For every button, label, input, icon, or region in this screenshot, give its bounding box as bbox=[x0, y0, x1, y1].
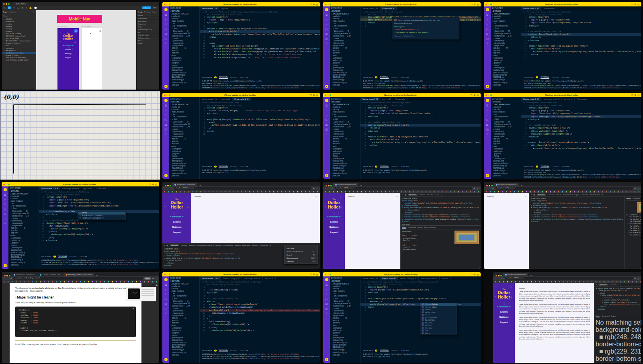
inspect-icon[interactable]: ⌖ bbox=[402, 194, 403, 196]
tab-performance-insights[interactable]: Performance insights bbox=[563, 194, 581, 196]
source-control-icon[interactable]: ⑂ bbox=[326, 23, 327, 26]
more-tabs-icon[interactable]: » bbox=[435, 194, 436, 196]
debug-icon[interactable]: ▷ bbox=[486, 119, 488, 121]
project-root[interactable]: ⌄ DOLLAR-HOLLER bbox=[330, 103, 360, 106]
account-icon[interactable]: ● bbox=[486, 174, 489, 177]
editor-tab[interactable]: Navbar.svelte 1, M ● bbox=[39, 186, 60, 190]
editor-tab[interactable]: Hamburger.svelte M bbox=[419, 276, 440, 280]
property-row[interactable]: FFFFFF 100% bbox=[137, 34, 159, 37]
editor-tab[interactable]: tailwind.config.cjs M bbox=[398, 276, 419, 280]
tab-jupyter[interactable]: JUPYTER bbox=[79, 256, 87, 258]
editor-tab[interactable]: app.css M bbox=[81, 186, 94, 190]
nav-item[interactable]: Logout bbox=[323, 231, 345, 233]
nav-item[interactable]: Logout bbox=[493, 321, 515, 323]
window-controls[interactable] bbox=[485, 4, 492, 5]
window-controls[interactable] bbox=[496, 275, 502, 276]
debug-icon[interactable]: ▷ bbox=[326, 28, 328, 31]
nav-item[interactable]: Invoices bbox=[162, 215, 191, 218]
extensions-icon[interactable]: ⊞ bbox=[4, 213, 6, 215]
phone-frame-white[interactable]: ≡ bbox=[82, 28, 102, 90]
shape-tool-icon[interactable]: ▭ bbox=[17, 6, 20, 9]
extensions-icons[interactable]: ⊕ ⋮ bbox=[313, 187, 318, 190]
editor-tab[interactable]: +layout.svelte M bbox=[380, 276, 398, 280]
editor-tab[interactable]: Navbar.svelte 1, M bbox=[360, 276, 380, 280]
breadcrumb[interactable]: src › lib › components › Navbar.svelte ›… bbox=[39, 190, 159, 193]
nav-item[interactable]: Clients bbox=[493, 311, 515, 313]
tab-layout[interactable]: Layout bbox=[418, 226, 423, 229]
property-row[interactable]: Auto layout bbox=[137, 20, 159, 22]
outline-section[interactable]: › OUTLINE bbox=[169, 280, 199, 282]
breadcrumb[interactable]: src › lib › components › Navbar.svelte ›… bbox=[360, 101, 481, 104]
editor-tab[interactable]: app.css M bbox=[219, 97, 232, 101]
settings-gear-icon[interactable]: ⚙ bbox=[437, 194, 439, 196]
project-badge-icon[interactable]: ⚡ bbox=[325, 8, 328, 11]
tab-computed[interactable]: Computed bbox=[633, 197, 640, 200]
tab-memory[interactable]: Memory bbox=[235, 244, 241, 246]
tab-assets[interactable]: Assets bbox=[10, 11, 16, 13]
outline-section[interactable]: › OUTLINE bbox=[491, 100, 521, 103]
tab-problems[interactable]: PROBLEMS bbox=[363, 76, 373, 78]
titlebar-buttons[interactable] bbox=[310, 94, 320, 96]
explorer-icon[interactable]: ⧉ bbox=[326, 283, 328, 286]
extensions-icons[interactable]: ⊕ ⋮ bbox=[634, 277, 640, 280]
dom-line[interactable]: </html> bbox=[402, 221, 479, 223]
tab-problems[interactable]: PROBLEMS bbox=[202, 350, 212, 352]
outline-section[interactable]: › OUTLINE bbox=[169, 10, 199, 12]
debug-icon[interactable]: ▷ bbox=[165, 28, 167, 31]
nav-item[interactable]: Clients bbox=[162, 221, 191, 223]
code-editor[interactable]: You, 6 seconds ago | 1 author (You)<scri… bbox=[521, 104, 641, 164]
project-root[interactable]: ⌄ DOLLAR-HOLLER bbox=[169, 282, 199, 285]
tab-output[interactable]: OUTPUT bbox=[70, 256, 77, 258]
more-tabs-icon[interactable]: » bbox=[617, 284, 618, 286]
breadcrumb[interactable]: src › lib › components › Navbar.svelte ›… bbox=[200, 280, 320, 283]
bookmark-icon[interactable]: ❝ bbox=[487, 133, 488, 136]
settings-gear-icon[interactable]: ⚙ bbox=[270, 244, 271, 246]
project-badge-icon[interactable]: ⚡ bbox=[164, 278, 168, 281]
terminal-output[interactable]: 4:53:27 PM [vite] hmr update /src/lib/co… bbox=[200, 80, 320, 89]
titlebar-buttons[interactable] bbox=[471, 3, 481, 6]
explorer-icon[interactable]: ⧉ bbox=[165, 283, 167, 286]
outline-section[interactable]: › OUTLINE bbox=[330, 100, 360, 103]
project-badge-icon[interactable]: ⚡ bbox=[325, 278, 328, 281]
more-icon[interactable]: ⋮ bbox=[620, 284, 622, 286]
file-item[interactable]: yarn.lock bbox=[169, 354, 199, 356]
more-icon[interactable]: ⋮ bbox=[440, 194, 442, 196]
tab-output[interactable]: OUTPUT bbox=[230, 76, 238, 78]
hamburger-icon[interactable]: ≡ bbox=[315, 194, 317, 198]
window-controls[interactable] bbox=[325, 94, 331, 96]
sidebar-ad-card[interactable]: ⋰⋰ bbox=[126, 287, 156, 301]
terminal-output[interactable]: 5:17:08 PM [vite] hmr update /src/lib/co… bbox=[521, 169, 641, 178]
outline-section[interactable]: › OUTLINE bbox=[330, 280, 360, 282]
outline-section[interactable]: › OUTLINE bbox=[8, 190, 39, 192]
project-root[interactable]: ⌄ DOLLAR-HOLLER bbox=[8, 192, 39, 195]
bookmarks-bar[interactable] bbox=[323, 190, 481, 193]
search-icon[interactable]: ⌕ bbox=[326, 288, 328, 291]
titlebar-buttons[interactable] bbox=[631, 3, 641, 6]
dom-tree[interactable]: <!DOCTYPE html><html lang="en"> <script … bbox=[401, 196, 481, 223]
tab-design[interactable]: Design bbox=[138, 11, 143, 13]
frame-label[interactable]: iPhone 11 Pro/X - 2 bbox=[57, 26, 69, 28]
tab-problems[interactable]: PROBLEMS bbox=[363, 166, 373, 168]
project-root[interactable]: ⌄ DOLLAR-HOLLER bbox=[330, 282, 360, 285]
frame-label[interactable]: iPhone 11 Pro/X - 1 bbox=[82, 26, 93, 28]
dom-tree[interactable]: <!DOCTYPE html><html lang="en"> <script … bbox=[529, 196, 625, 269]
outline-section[interactable]: › OUTLINE bbox=[169, 100, 199, 103]
bookmark-icon[interactable]: ❝ bbox=[487, 42, 488, 45]
source-control-icon[interactable]: ⑂ bbox=[165, 293, 166, 296]
tab-computed[interactable]: Computed bbox=[408, 226, 416, 229]
tab-sources[interactable]: Sources bbox=[555, 194, 561, 196]
tab-terminal[interactable]: TERMINAL bbox=[380, 165, 389, 168]
property-row[interactable]: Effects bbox=[137, 39, 159, 42]
tab-styles[interactable]: Styles bbox=[596, 315, 600, 317]
blame-section[interactable]: Working Tree bbox=[394, 25, 457, 28]
search-icon[interactable]: ⌕ bbox=[4, 198, 6, 201]
bookmarks-bar[interactable] bbox=[162, 190, 320, 193]
mobile-nav-banner[interactable]: Mobile Nav bbox=[57, 15, 102, 23]
editor-tab[interactable]: Hamburger.svelte M bbox=[60, 186, 81, 190]
editor-tab[interactable]: Hamburger.svelte M bbox=[541, 97, 562, 101]
outline-section[interactable]: › OUTLINE bbox=[330, 10, 360, 12]
forward-icon[interactable]: → bbox=[489, 187, 491, 190]
terminal-output[interactable]: 5:47:41 PM [vite] hmr update /src/routes… bbox=[360, 353, 481, 358]
project-badge-icon[interactable]: ⚡ bbox=[164, 99, 168, 102]
tab-problems[interactable]: PROBLEMS bbox=[202, 166, 212, 168]
